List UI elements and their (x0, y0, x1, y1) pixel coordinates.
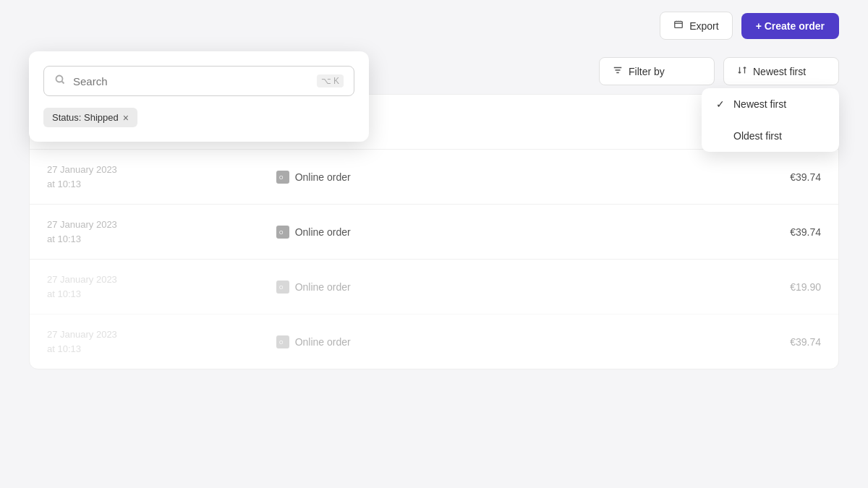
amount-cell: €19.90 (734, 281, 821, 293)
online-icon: O (276, 335, 289, 348)
search-input[interactable] (73, 75, 310, 87)
sort-button[interactable]: Newest first (723, 57, 839, 85)
top-bar: Export + Create order (0, 0, 868, 51)
export-icon (673, 20, 684, 32)
source-label: Online order (295, 226, 351, 238)
date-cell: 27 January 2023 at 10:13 (47, 273, 276, 301)
date-cell: 27 January 2023 at 10:13 (47, 163, 276, 191)
svg-text:O: O (279, 175, 284, 180)
amount-cell: €39.74 (734, 171, 821, 183)
search-input-wrapper: ⌥ K (43, 66, 354, 96)
source-cell: O Online order (276, 171, 506, 184)
search-shortcut: ⌥ K (317, 74, 344, 87)
source-cell: O Online order (276, 335, 506, 348)
online-icon: O (276, 281, 289, 294)
status-filter-tag: Status: Shipped × (43, 108, 137, 127)
table-row[interactable]: 27 January 2023 at 10:13 O Online order … (30, 260, 838, 314)
sort-oldest-label: Oldest first (733, 130, 782, 142)
empty-checkmark (716, 130, 728, 142)
source-label: Online order (295, 281, 351, 293)
search-icon (54, 74, 66, 88)
online-icon: O (276, 226, 289, 239)
svg-point-11 (56, 76, 63, 82)
svg-text:O: O (279, 340, 284, 345)
filter-icon (613, 65, 623, 77)
svg-rect-0 (675, 22, 683, 28)
table-row[interactable]: 27 January 2023 at 10:13 O Online order … (30, 150, 838, 205)
sort-label: Newest first (753, 66, 806, 77)
sort-option-oldest[interactable]: Oldest first (702, 120, 839, 152)
checkmark-icon: ✓ (716, 98, 728, 110)
create-order-label: + Create order (756, 20, 825, 32)
filter-tag-label: Status: Shipped (52, 112, 119, 123)
amount-cell: €39.74 (734, 336, 821, 348)
create-order-button[interactable]: + Create order (741, 13, 839, 39)
source-cell: O Online order (276, 226, 506, 239)
sort-dropdown: ✓ Newest first Oldest first (702, 88, 839, 152)
svg-text:O: O (279, 230, 284, 235)
table-row[interactable]: 27 January 2023 at 10:13 O Online order … (30, 205, 838, 260)
source-cell: O Online order (276, 281, 506, 294)
export-button[interactable]: Export (660, 12, 732, 40)
filter-tags: Status: Shipped × (43, 108, 354, 127)
filter-tag-close[interactable]: × (123, 113, 129, 123)
date-cell: 27 January 2023 at 10:13 (47, 218, 276, 246)
source-label: Online order (295, 171, 351, 183)
date-cell: 27 January 2023 at 10:13 (47, 328, 276, 356)
filter-by-button[interactable]: Filter by (599, 57, 715, 85)
sort-icon (737, 65, 747, 77)
filter-by-label: Filter by (629, 66, 665, 77)
source-label: Online order (295, 336, 351, 348)
sort-option-newest[interactable]: ✓ Newest first (702, 88, 839, 120)
main-content: Filter by Newest first ✓ Newest first (0, 51, 868, 369)
amount-cell: €39.74 (734, 226, 821, 238)
export-label: Export (689, 20, 718, 32)
table-row[interactable]: 27 January 2023 at 10:13 O Online order … (30, 314, 838, 369)
online-icon: O (276, 171, 289, 184)
search-dropdown: ⌥ K Status: Shipped × (29, 51, 369, 142)
svg-text:O: O (279, 285, 284, 290)
sort-newest-label: Newest first (733, 98, 786, 110)
